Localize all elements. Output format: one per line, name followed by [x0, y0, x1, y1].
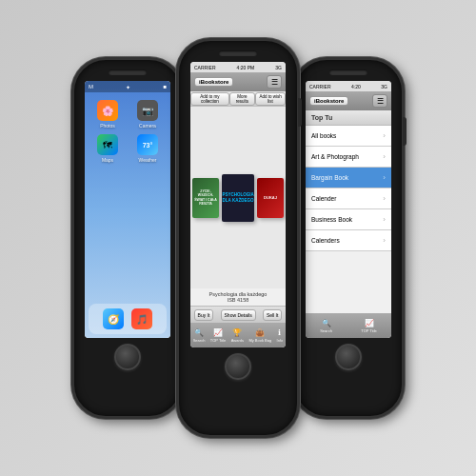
- book-psychologia-title: PSYCHOLOGIA DLA KAŻDEGO: [222, 192, 253, 204]
- ibookstore-toolbar: Add to my collection More results Add to…: [190, 91, 286, 107]
- category-item-business[interactable]: Business Book ›: [306, 209, 391, 230]
- photos-icon: 🌸: [97, 100, 118, 121]
- category-nav-title[interactable]: iBookstore: [309, 96, 348, 106]
- nav-action-button[interactable]: ☰: [267, 75, 282, 89]
- tab-awards[interactable]: 🏆 Awards: [231, 328, 244, 343]
- buy-button[interactable]: Buy It: [194, 309, 214, 321]
- phones-container: M ✦ ■ 🌸 Photos 📷 Camera 🗺 Maps: [0, 0, 476, 476]
- section-header: Top Tu: [306, 110, 391, 126]
- tab-top-title[interactable]: 📈 TOP Title: [210, 328, 227, 343]
- screen-left: M ✦ ■ 🌸 Photos 📷 Camera 🗺 Maps: [85, 81, 170, 338]
- book-dukaj-title: DUKAJ: [264, 195, 277, 200]
- category-item-bargain[interactable]: Bargain Book ›: [306, 168, 391, 188]
- app-photos[interactable]: 🌸 Photos: [90, 100, 125, 129]
- home-button-right[interactable]: [335, 344, 362, 370]
- ios-homescreen: M ✦ ■ 🌸 Photos 📷 Camera 🗺 Maps: [85, 81, 170, 338]
- bargain-chevron: ›: [383, 173, 386, 182]
- business-label: Business Book: [311, 216, 352, 223]
- cat-search-icon: 🔍: [322, 319, 331, 327]
- book-zycie-title: ŻYCIE, WSZECH-ŚWIAT I CAŁA RESZTA: [194, 189, 217, 206]
- ibookstore-nav: iBookstore ☰: [190, 72, 286, 91]
- info-tab-label: Info: [277, 338, 284, 343]
- ibookstore-screen: CARRIER 4:20 PM 3G iBookstore ☰ Add to m…: [190, 62, 286, 347]
- awards-tab-icon: 🏆: [232, 328, 242, 337]
- category-list: All books › Art & Photograph › Bargain B…: [306, 126, 391, 313]
- book-isbn-display: ISB 4158: [192, 297, 284, 303]
- home-button-middle[interactable]: [225, 353, 251, 380]
- calender-chevron: ›: [383, 194, 386, 203]
- show-details-button[interactable]: Show Details: [221, 309, 256, 321]
- cat-tab-top-title[interactable]: 📈 TOP Title: [361, 319, 377, 333]
- allbooks-chevron: ›: [383, 131, 386, 140]
- app-weather[interactable]: 73° Weather: [130, 134, 165, 163]
- book-zycie-overlay: ŻYCIE, WSZECH-ŚWIAT I CAŁA RESZTA: [192, 178, 219, 218]
- maps-label: Maps: [102, 157, 113, 163]
- status-bar-left: M ✦ ■: [85, 81, 170, 92]
- network-right: 3G: [381, 84, 387, 89]
- book-zycie[interactable]: ŻYCIE, WSZECH-ŚWIAT I CAŁA RESZTA: [192, 178, 219, 218]
- top-title-tab-icon: 📈: [213, 328, 223, 337]
- battery-left: ■: [163, 84, 167, 89]
- time-middle: 4:20 PM: [237, 65, 255, 70]
- section-title: Top Tu: [311, 114, 332, 121]
- allbooks-label: All books: [311, 132, 336, 139]
- bargain-label: Bargain Book: [311, 174, 348, 181]
- search-tab-label: Search: [193, 338, 206, 343]
- tab-search[interactable]: 🔍 Search: [193, 328, 206, 343]
- maps-icon: 🗺: [97, 134, 118, 155]
- camera-label: Camera: [139, 123, 156, 129]
- carrier-middle: CARRIER: [194, 65, 216, 70]
- add-wishlist-button[interactable]: Add to wish list: [255, 92, 286, 106]
- business-chevron: ›: [383, 215, 386, 224]
- phone-middle: CARRIER 4:20 PM 3G iBookstore ☰ Add to m…: [176, 38, 300, 438]
- category-tabbar: 🔍 Search 📈 TOP Title: [306, 313, 391, 338]
- speaker-left: [109, 69, 147, 75]
- category-item-calenders[interactable]: Calenders ›: [306, 230, 391, 251]
- category-item-allbooks[interactable]: All books ›: [306, 126, 391, 147]
- artphoto-label: Art & Photograph: [311, 153, 359, 160]
- phone-left: M ✦ ■ 🌸 Photos 📷 Camera 🗺 Maps: [71, 57, 184, 419]
- cat-action-button[interactable]: ☰: [372, 94, 387, 108]
- safari-dock-icon[interactable]: 🧭: [103, 308, 124, 329]
- status-bar-right: CARRIER 4:20 3G: [306, 81, 391, 91]
- top-title-tab-label: TOP Title: [210, 338, 227, 343]
- category-item-calender[interactable]: Calender ›: [306, 188, 391, 209]
- app-icons-grid: 🌸 Photos 📷 Camera 🗺 Maps 73°: [85, 92, 170, 170]
- cat-top-title-icon: 📈: [365, 319, 374, 327]
- speaker-middle: [219, 50, 257, 56]
- add-collection-button[interactable]: Add to my collection: [190, 92, 229, 106]
- artphoto-chevron: ›: [383, 152, 386, 161]
- more-results-button[interactable]: More results: [229, 92, 255, 106]
- book-psychologia[interactable]: PSYCHOLOGIA DLA KAŻDEGO: [222, 174, 254, 222]
- sell-button[interactable]: Sell It: [263, 309, 283, 321]
- ibookstore-tabbar: 🔍 Search 📈 TOP Title 🏆 Awards 👜 My Book …: [190, 323, 286, 347]
- book-psychologia-overlay: PSYCHOLOGIA DLA KAŻDEGO: [222, 174, 254, 222]
- camera-icon: 📷: [137, 100, 158, 121]
- app-maps[interactable]: 🗺 Maps: [90, 134, 125, 163]
- dock: 🧭 🎵: [89, 304, 167, 334]
- network-middle: 3G: [275, 65, 282, 70]
- ipod-dock-icon[interactable]: 🎵: [131, 308, 152, 329]
- carrier-right: CARRIER: [309, 84, 331, 89]
- tab-mybookbag[interactable]: 👜 My Book Bag: [248, 328, 271, 343]
- status-carrier-left: M: [89, 84, 93, 89]
- ibookstore-nav-title[interactable]: iBookstore: [194, 77, 233, 87]
- app-camera[interactable]: 📷 Camera: [130, 100, 165, 129]
- calenders-chevron: ›: [383, 236, 386, 245]
- calenders-label: Calenders: [311, 237, 340, 244]
- home-button-left[interactable]: [114, 344, 141, 370]
- screen-middle: CARRIER 4:20 PM 3G iBookstore ☰ Add to m…: [190, 62, 286, 347]
- book-dukaj[interactable]: DUKAJ: [257, 178, 284, 218]
- books-display: ŻYCIE, WSZECH-ŚWIAT I CAŁA RESZTA PSYCHO…: [190, 107, 286, 288]
- calender-label: Calender: [311, 195, 336, 202]
- weather-temp: 73°: [143, 142, 153, 149]
- bluetooth-icon: ✦: [126, 84, 130, 90]
- tab-info[interactable]: ℹ Info: [277, 328, 284, 343]
- photos-label: Photos: [100, 123, 115, 129]
- phone-right: CARRIER 4:20 3G iBookstore ☰ Top Tu All …: [292, 57, 405, 419]
- category-item-artphoto[interactable]: Art & Photograph ›: [306, 147, 391, 168]
- mybookbag-tab-label: My Book Bag: [248, 338, 271, 343]
- mybookbag-tab-icon: 👜: [255, 328, 265, 337]
- cat-tab-search[interactable]: 🔍 Search: [320, 319, 332, 333]
- book-info: Psychologia dla każdego ISB 4158: [190, 288, 286, 306]
